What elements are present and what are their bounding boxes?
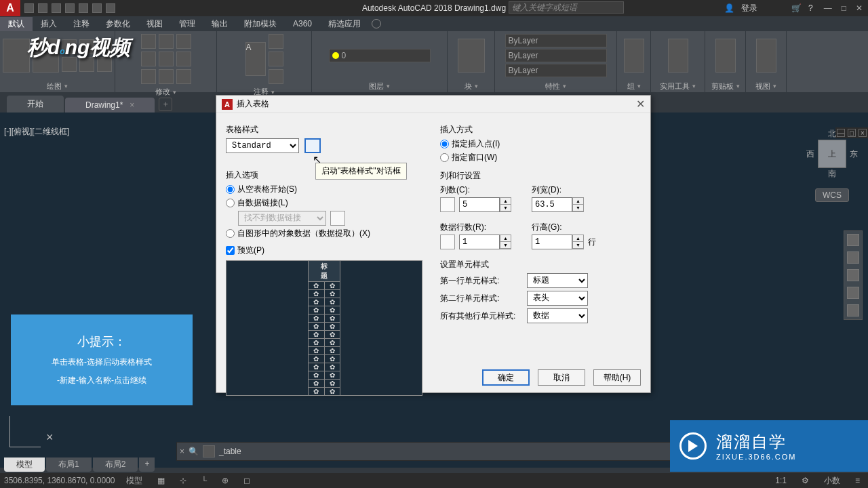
panel-clipboard[interactable]: 剪贴板	[705, 80, 745, 92]
viewcube-south[interactable]: 南	[828, 168, 836, 180]
viewcube-north[interactable]: 北	[828, 128, 836, 140]
search-input[interactable]: 键入关键字或短语	[509, 1, 624, 14]
scale-icon[interactable]	[159, 69, 174, 84]
qat-undo-icon[interactable]	[92, 3, 102, 13]
tab-manage[interactable]: 管理	[171, 17, 203, 31]
radio-from-extract[interactable]	[226, 229, 235, 238]
polar-icon[interactable]: ⊕	[218, 476, 233, 485]
maximize-icon[interactable]: □	[842, 3, 846, 13]
status-menu-icon[interactable]: ≡	[851, 476, 864, 485]
vp-close-icon[interactable]: ×	[859, 129, 867, 137]
table-icon[interactable]	[269, 69, 283, 84]
login-icon[interactable]: 👤	[724, 3, 734, 13]
launch-style-dialog-button[interactable]	[304, 138, 321, 153]
panel-block[interactable]: 块	[448, 80, 494, 92]
rotate-icon[interactable]	[159, 34, 174, 49]
gear-icon[interactable]: ⚙	[797, 476, 813, 485]
cmd-close-icon[interactable]: ×	[180, 447, 184, 456]
paste-icon[interactable]	[715, 39, 736, 73]
viewcube-top[interactable]: 上	[828, 148, 836, 160]
panel-layers[interactable]: 图层	[312, 80, 447, 92]
leader-icon[interactable]	[269, 52, 283, 66]
qat-open-icon[interactable]	[38, 3, 47, 13]
decimal[interactable]: 小数	[820, 475, 844, 487]
panel-properties[interactable]: 特性	[495, 80, 616, 92]
panel-modify[interactable]: 修改	[115, 87, 216, 97]
tab-annotate[interactable]: 注释	[65, 17, 98, 31]
scale[interactable]: 1:1	[771, 476, 791, 485]
copy-icon[interactable]	[141, 52, 156, 66]
wcs-badge[interactable]: WCS	[815, 188, 849, 202]
close-icon[interactable]: ✕	[856, 3, 863, 13]
preview-checkbox[interactable]	[226, 246, 235, 255]
exchange-icon[interactable]: 🛒	[791, 3, 802, 13]
qat-saveas-icon[interactable]	[65, 3, 75, 13]
line-icon[interactable]	[3, 39, 30, 73]
help-button[interactable]: 帮助(H)	[593, 369, 641, 386]
tab-output[interactable]: 输出	[203, 17, 236, 31]
layout-1[interactable]: 布局1	[46, 458, 92, 472]
tab-start[interactable]: 开始	[7, 96, 64, 113]
second-row-select[interactable]: 表头	[527, 291, 588, 306]
tab-drawing1[interactable]: Drawing1*×	[65, 98, 155, 113]
first-row-select[interactable]: 标题	[527, 273, 588, 288]
layout-2[interactable]: 布局2	[93, 458, 138, 472]
tab-close-icon[interactable]: ×	[130, 100, 134, 110]
tab-featured[interactable]: 精选应用	[320, 17, 369, 31]
status-model[interactable]: 模型	[122, 475, 146, 487]
mirror-icon[interactable]	[159, 52, 174, 66]
tab-addons[interactable]: 附加模块	[236, 17, 285, 31]
tab-view[interactable]: 视图	[138, 17, 171, 31]
panel-draw[interactable]: 绘图	[0, 80, 115, 92]
nav-wheel-icon[interactable]	[847, 234, 859, 246]
cols-input[interactable]	[459, 197, 500, 212]
radio-from-empty[interactable]	[226, 185, 235, 194]
ortho-icon[interactable]: └	[197, 476, 212, 485]
tab-a360[interactable]: A360	[285, 18, 320, 30]
cols-spin[interactable]: ▲▼	[500, 197, 511, 212]
dialog-close-icon[interactable]: ✕	[636, 98, 645, 110]
stretch-icon[interactable]	[141, 69, 156, 84]
measure-icon[interactable]	[668, 39, 688, 73]
qat-save-icon[interactable]	[52, 3, 61, 13]
rows-input[interactable]	[459, 235, 500, 249]
viewcube-west[interactable]: 西	[806, 148, 814, 160]
group-icon[interactable]	[624, 39, 644, 73]
fillet-icon[interactable]	[176, 52, 191, 66]
layer-dropdown[interactable]: 0	[329, 49, 431, 62]
app-logo[interactable]: A	[0, 0, 20, 16]
tab-parametric[interactable]: 参数化	[98, 17, 138, 31]
linetype-bylayer[interactable]: ByLayer	[505, 64, 607, 77]
nav-showmotion-icon[interactable]	[847, 304, 859, 317]
move-icon[interactable]	[141, 34, 156, 49]
minimize-icon[interactable]: —	[824, 3, 832, 13]
block-insert-icon[interactable]	[458, 39, 485, 73]
text-icon[interactable]: A	[245, 42, 266, 76]
panel-group[interactable]: 组	[617, 80, 650, 92]
command-line[interactable]: × 🔍 _table	[176, 442, 678, 461]
qat-plot-icon[interactable]	[79, 3, 88, 13]
osnap-icon[interactable]: ◻	[239, 476, 254, 485]
panel-utilities[interactable]: 实用工具	[651, 80, 705, 92]
nav-zoom-icon[interactable]	[847, 269, 859, 281]
nav-orbit-icon[interactable]	[847, 287, 859, 299]
cmd-search-icon[interactable]: 🔍	[189, 447, 199, 456]
rows-spin[interactable]: ▲▼	[500, 235, 511, 249]
ok-button[interactable]: 确定	[482, 369, 530, 386]
dim-icon[interactable]	[269, 34, 283, 49]
panel-view[interactable]: 视图	[746, 80, 786, 92]
colw-spin[interactable]: ▲▼	[572, 197, 584, 212]
viewcube[interactable]: 上 北 南 东 西 WCS	[807, 122, 857, 230]
layout-add[interactable]: +	[139, 458, 155, 472]
base-icon[interactable]	[756, 39, 776, 73]
viewport-label[interactable]: [-][俯视][二维线框]	[4, 126, 69, 138]
tab-insert[interactable]: 插入	[33, 17, 65, 31]
qat-redo-icon[interactable]	[106, 3, 115, 13]
snap-icon[interactable]: ⊹	[176, 476, 191, 485]
data-link-browse-button[interactable]	[330, 211, 345, 226]
radio-insert-point[interactable]	[440, 140, 449, 148]
nav-pan-icon[interactable]	[847, 251, 859, 264]
viewcube-east[interactable]: 东	[850, 148, 858, 160]
radio-insert-window[interactable]	[440, 153, 449, 162]
tab-default[interactable]: 默认	[0, 17, 33, 31]
